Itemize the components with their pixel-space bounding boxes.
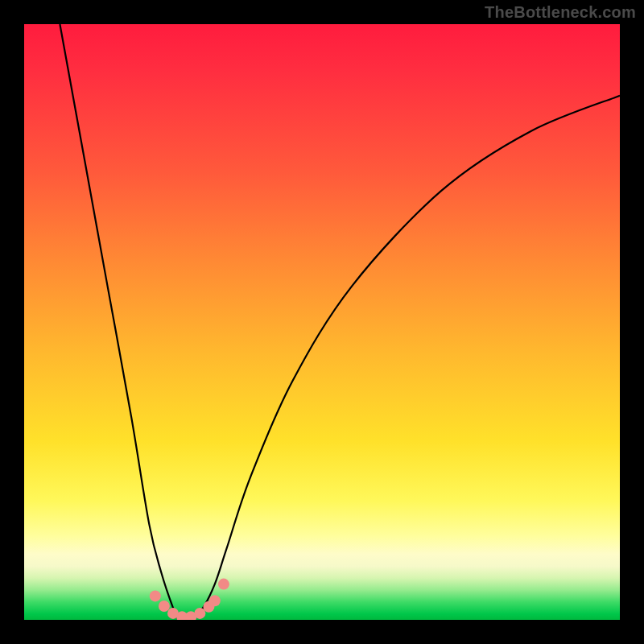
cluster-point — [159, 601, 170, 612]
cluster-point — [218, 579, 229, 590]
bottom-cluster-markers — [150, 579, 229, 620]
plot-area — [24, 24, 620, 620]
bottleneck-curve — [60, 24, 620, 620]
cluster-point — [209, 595, 221, 606]
cluster-point — [194, 608, 205, 619]
curve-path — [60, 24, 620, 620]
cluster-point — [150, 590, 161, 601]
curve-overlay — [24, 24, 620, 620]
outer-frame: TheBottleneck.com — [0, 0, 644, 644]
watermark-text: TheBottleneck.com — [485, 3, 636, 22]
